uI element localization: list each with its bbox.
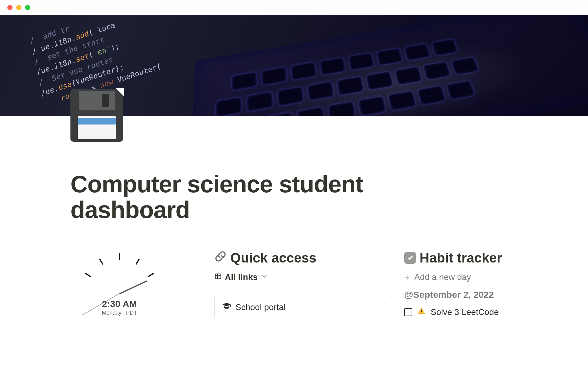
view-label: All links (225, 272, 258, 282)
analog-clock-widget: 2:30 AM Monday · PDT (70, 253, 168, 333)
svg-rect-0 (215, 274, 221, 279)
svg-rect-1 (421, 310, 422, 312)
chevron-down-icon (261, 272, 268, 282)
warning-icon (417, 307, 426, 317)
add-new-day-label: Add a new day (414, 272, 471, 282)
close-window-button[interactable] (7, 5, 13, 10)
todo-label: Solve 3 LeetCode (431, 307, 499, 317)
window-titlebar (0, 0, 588, 15)
table-icon (214, 272, 222, 282)
add-new-day-button[interactable]: + Add a new day (404, 272, 568, 282)
page-icon[interactable] (70, 89, 123, 142)
traffic-lights (7, 5, 30, 10)
quick-access-column: Quick access All links School porta (214, 250, 392, 333)
checkbox-icon (404, 252, 416, 264)
link-icon (214, 250, 227, 266)
page-title[interactable]: Computer science student dashboard (70, 171, 438, 223)
divider (214, 288, 392, 288)
habit-date[interactable]: @September 2, 2022 (404, 289, 568, 300)
minimize-window-button[interactable] (16, 5, 21, 10)
clock-subline: Monday · PDT (102, 310, 137, 316)
svg-point-2 (421, 313, 422, 314)
floppy-disk-icon (70, 89, 123, 142)
todo-checkbox[interactable] (404, 308, 412, 316)
habit-tracker-heading[interactable]: Habit tracker (404, 250, 568, 266)
card-label: School portal (236, 302, 285, 312)
quick-access-card-school-portal[interactable]: School portal (214, 295, 392, 319)
plus-icon: + (404, 272, 410, 282)
page-body: Computer science student dashboard 2:30 … (0, 171, 588, 333)
habit-tracker-heading-text: Habit tracker (420, 250, 502, 266)
clock-column: 2:30 AM Monday · PDT (70, 250, 202, 333)
quick-access-heading[interactable]: Quick access (214, 250, 392, 266)
graduation-cap-icon (222, 301, 231, 313)
dashboard-columns: 2:30 AM Monday · PDT Quick access All (70, 250, 568, 333)
clock-time: 2:30 AM (102, 299, 137, 309)
habit-tracker-column: Habit tracker + Add a new day @September… (404, 250, 568, 333)
database-view-selector[interactable]: All links (214, 272, 268, 282)
cover-laptop-art (190, 15, 588, 116)
fullscreen-window-button[interactable] (25, 5, 30, 10)
habit-todo-row[interactable]: Solve 3 LeetCode (404, 307, 568, 317)
quick-access-heading-text: Quick access (230, 250, 316, 266)
